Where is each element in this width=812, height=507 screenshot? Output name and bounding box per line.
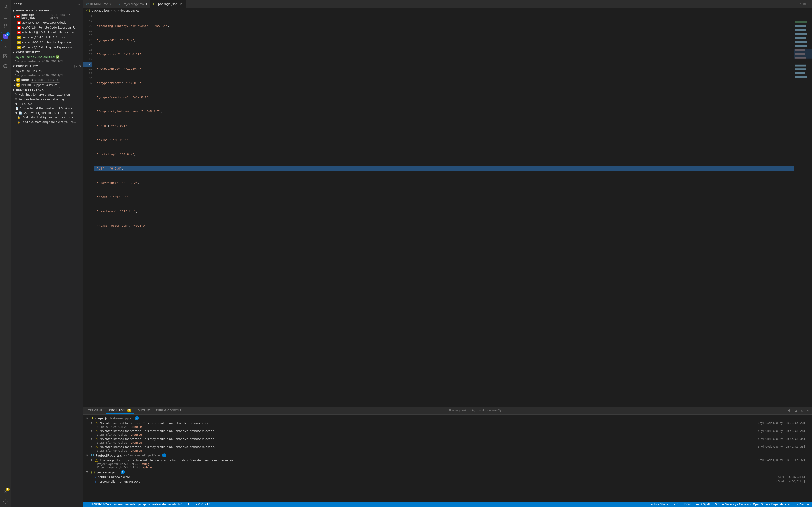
encoding-status[interactable]: JSON — [683, 502, 692, 507]
cq-actions: ▷ ⚙ — [74, 64, 81, 68]
pkg-issue-1[interactable]: ℹ "antd": Unknown word. cSpell [Ln 25, C… — [83, 475, 812, 480]
packagejson-file-header[interactable]: ▼ { } package.json 2 — [83, 469, 812, 475]
cq-settings-icon[interactable]: ⚙ — [79, 64, 81, 68]
open-source-security-section[interactable]: ▼ OPEN SOURCE SECURITY — [11, 8, 83, 13]
pp-issue-1-location: [Ln 53, Col 32] — [784, 459, 805, 462]
tab-output[interactable]: OUTPUT — [135, 408, 152, 413]
source-control-activity-icon[interactable] — [1, 22, 10, 31]
faq-item-1[interactable]: 📄 1. How to get the most out of Snyk's e… — [11, 106, 83, 111]
code-quality-section[interactable]: ▼ CODE QUALITY ▷ ⚙ — [11, 63, 83, 69]
problems-content: ▼ JS steps.js features/support 4 ▼ ⚠ No … — [83, 415, 812, 502]
tab-debug-console[interactable]: DEBUG CONSOLE — [153, 408, 185, 413]
vuln-ejs[interactable]: H ejs@3.1.6 - Remote Code Execution (R..… — [11, 25, 83, 30]
account-activity-icon[interactable]: 2 — [1, 487, 10, 496]
issue-1-expand: ▼ — [91, 421, 93, 425]
collapse-action-icon[interactable]: ⊟ — [794, 408, 798, 413]
code-line-22: "@types/react": "^17.0.3", — [94, 81, 794, 86]
vuln-d3[interactable]: M d3-color@2.0.0 - Regular Expression ..… — [11, 45, 83, 50]
debug-activity-icon[interactable] — [1, 42, 10, 51]
extensions-activity-icon[interactable] — [1, 52, 10, 61]
split-editor-icon[interactable]: ⧉ — [803, 2, 806, 6]
errors-status[interactable]: ✕ 0 ⚠ 5 ℹ 2 — [194, 502, 211, 507]
cs-title: CODE SECURITY — [16, 51, 40, 54]
vuln-axe[interactable]: M axe-core@4.4.1 - MPL-2.0 license — [11, 35, 83, 40]
spell-status[interactable]: Aa 2 Spell — [695, 502, 711, 507]
remote-activity-icon[interactable] — [1, 62, 10, 71]
tab-terminal[interactable]: TERMINAL — [85, 408, 106, 413]
tab-readme[interactable]: Ⓜ README.md M — [83, 0, 114, 8]
tab-problems[interactable]: PROBLEMS 7 — [106, 408, 134, 413]
vuln-nth[interactable]: H nth-check@1.0.2 - Regular Expression .… — [11, 30, 83, 35]
svg-point-8 — [4, 25, 5, 25]
steps-issue-4[interactable]: ▼ ⚠ No catch method for promise. This ma… — [83, 445, 812, 453]
filter-action-icon[interactable]: ⚙ — [787, 408, 792, 413]
snyk-status[interactable]: S Snyk Security - Code and Open Source D… — [714, 502, 792, 507]
close-panel-icon[interactable]: × — [806, 408, 810, 413]
terminal-panel: TERMINAL PROBLEMS 7 OUTPUT DEBUG CONSOLE… — [83, 406, 812, 502]
projectpage-file-header[interactable]: ▼ TS ProjectPage.tsx src/containers/Proj… — [83, 453, 812, 458]
pp-issue-1-detail1[interactable]: ProjectPage.tsx[Ln 53, Col 60]: string — [91, 462, 805, 465]
help-feedback-item[interactable]: ✉ Send us feedback or report a bug — [11, 97, 83, 102]
encoding-label: JSON — [684, 503, 691, 506]
problem-file-steps: ▼ JS steps.js features/support 4 ▼ ⚠ No … — [83, 415, 812, 453]
faq-2-child-1[interactable]: 🔒 Add default .dcignore file to your wor… — [11, 115, 83, 120]
faq-section[interactable]: ▼ Top 3 FAQ — [11, 102, 83, 106]
run-icon[interactable]: ▷ — [800, 2, 803, 6]
help-extension-text: Help Snyk to make a better extension — [18, 93, 70, 96]
prettier-status[interactable]: ✦ Prettier — [795, 502, 810, 507]
help-extension-item[interactable]: ↻ Help Snyk to make a better extension — [11, 92, 83, 97]
json-icon: { } — [153, 2, 157, 5]
issue-2-detail[interactable]: steps.js[Ln 32, Col 28]: promise — [91, 433, 805, 436]
pp-issue-1-detail2[interactable]: ProjectPage.tsx[Ln 53, Col 32]: replace — [91, 465, 805, 469]
snyk-badge: 3 — [6, 32, 9, 36]
cq-run-icon[interactable]: ▷ — [74, 64, 77, 68]
svg-rect-23 — [795, 37, 806, 39]
pkg-issue-2[interactable]: ℹ "browserslist": Unknown word. cSpell [… — [83, 480, 812, 484]
chevron-up-icon[interactable]: ∧ — [800, 408, 804, 413]
steps-issue-2[interactable]: ▼ ⚠ No catch method for promise. This ma… — [83, 429, 812, 437]
vuln-css[interactable]: M css-what@3.4.2 - Regular Expression ..… — [11, 40, 83, 45]
pp-issue-1-message: The usage of string in replace will chan… — [100, 459, 754, 462]
steps-js-item[interactable]: ▶ M steps.js support - 4 issues — [11, 77, 83, 82]
steps-expand-icon: ▼ — [86, 417, 89, 420]
package-lock-item[interactable]: ▼ H package-lock.json capco-radar - 6 vu… — [11, 13, 83, 20]
more-actions-icon[interactable]: ⋯ — [807, 2, 810, 6]
code-security-section[interactable]: ▼ CODE SECURITY — [11, 50, 83, 55]
explorer-activity-icon[interactable] — [1, 12, 10, 21]
status-bar: ⎇ BENCH-1105-remove-unneeded-gcp-deploym… — [83, 502, 812, 507]
issue-3-expand: ▼ — [91, 437, 93, 440]
steps-issue-1[interactable]: ▼ ⚠ No catch method for promise. This ma… — [83, 421, 812, 429]
code-editor[interactable]: 18 19 20 21 22 23 24 25 26 27 28 29 30 3… — [83, 13, 794, 406]
issue-1-detail[interactable]: steps.js[Ln 25, Col 28]: promise — [91, 425, 805, 429]
tab-readme-label: README.md — [90, 2, 108, 6]
pkg-lock-filename: package-lock.json — [21, 13, 48, 20]
cq-analysis: Analysis finished at 20:09, 26/04/22 — [11, 73, 83, 77]
tab-close-icon[interactable]: × — [179, 2, 183, 6]
faq-item-2[interactable]: ▼ 📄 2. How to ignore files and directori… — [11, 111, 83, 115]
issue-4-detail[interactable]: steps.js[Ln 49, Col 33]: promise — [91, 449, 805, 452]
steps-file-header[interactable]: ▼ JS steps.js features/support 4 — [83, 415, 812, 421]
more-icon[interactable]: ⋯ — [76, 2, 81, 6]
tab-projectpage[interactable]: TS ProjectPage.tsx 1 — [114, 0, 150, 8]
pkg-file-name: package.json — [97, 470, 119, 474]
pp-issue-1[interactable]: ▼ ⚠ The usage of string in replace will … — [83, 458, 812, 469]
branch-status[interactable]: ⎇ BENCH-1105-remove-unneeded-gcp-deploym… — [85, 502, 183, 507]
tab-packagejson[interactable]: { } package.json × — [150, 0, 186, 8]
live-share-status[interactable]: ◈ Live Share — [650, 502, 669, 507]
breadcrumb-section[interactable]: dependencies — [120, 9, 139, 12]
problems-filter-input[interactable] — [449, 409, 521, 412]
faq-2-child-2[interactable]: 🔒 Add a custom .dcignore file to your w.… — [11, 120, 83, 124]
issue-3-detail[interactable]: steps.js[Ln 43, Col 33]: promise — [91, 441, 805, 444]
vuln-d3-badge: M — [17, 46, 21, 49]
steps-tooltip: support - 4 issues — [31, 82, 60, 88]
search-activity-icon[interactable] — [1, 2, 10, 11]
help-section[interactable]: ▼ HELP & FEEDBACK — [11, 88, 83, 92]
vuln-async-badge: H — [17, 21, 21, 24]
settings-activity-icon[interactable] — [1, 497, 10, 506]
ok-status[interactable]: ✓ 0 — [673, 502, 679, 507]
breadcrumb-file[interactable]: package.json — [92, 9, 110, 12]
sync-status[interactable]: ↕ — [187, 502, 191, 507]
steps-issue-3[interactable]: ▼ ⚠ No catch method for promise. This ma… — [83, 437, 812, 445]
snyk-activity-icon[interactable]: S 3 — [1, 32, 10, 41]
vuln-async[interactable]: H async@2.6.4 - Prototype Pollution — [11, 20, 83, 25]
